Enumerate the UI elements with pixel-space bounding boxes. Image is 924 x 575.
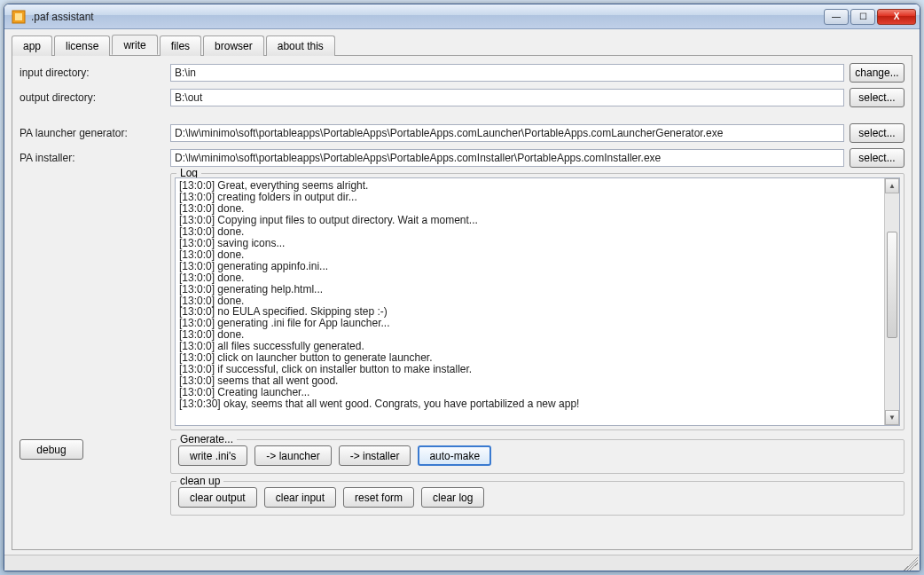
status-bar [4,555,920,571]
log-group: Log [13:0:0] Great, everything seems alr… [170,173,904,430]
launcher-gen-field[interactable] [170,124,844,142]
launcher-gen-select-button[interactable]: select... [850,123,904,143]
reset-form-button[interactable]: reset form [343,487,414,508]
app-icon [12,10,26,24]
clear-output-button[interactable]: clear output [178,487,257,508]
minimize-button[interactable]: — [824,9,849,25]
scroll-thumb[interactable] [887,232,897,338]
app-window: .paf assistant — ☐ X app license write f… [4,4,920,571]
log-text[interactable]: [13:0:0] Great, everything seems alright… [176,178,884,425]
write-inis-button[interactable]: write .ini's [178,445,247,466]
tab-content-write: input directory: change... output direct… [12,55,912,550]
clear-input-button[interactable]: clear input [264,487,336,508]
tab-files[interactable]: files [160,35,201,56]
resize-gripper-icon[interactable] [904,556,918,571]
svg-rect-1 [15,13,22,20]
installer-field[interactable] [170,149,844,167]
client-area: app license write files browser about th… [4,29,920,555]
to-launcher-button[interactable]: -> launcher [254,445,331,466]
launcher-gen-label: PA launcher generator: [20,127,170,139]
tab-app[interactable]: app [12,35,52,56]
maximize-button[interactable]: ☐ [850,9,875,25]
generate-group: Generate... write .ini's -> launcher -> … [170,439,904,474]
output-dir-field[interactable] [170,89,844,106]
close-button[interactable]: X [877,9,916,25]
clear-log-button[interactable]: clear log [421,487,484,508]
generate-legend: Generate... [176,433,237,445]
tab-browser[interactable]: browser [203,35,264,56]
output-dir-select-button[interactable]: select... [850,88,904,107]
automake-button[interactable]: auto-make [418,445,491,466]
installer-select-button[interactable]: select... [850,148,904,168]
tab-about[interactable]: about this [266,35,335,56]
log-box: [13:0:0] Great, everything seems alright… [175,177,900,426]
input-dir-label: input directory: [20,67,170,79]
input-dir-row: input directory: change... [20,63,904,83]
cleanup-legend: clean up [176,475,223,487]
input-dir-field[interactable] [170,64,844,82]
scroll-down-arrow-icon[interactable]: ▼ [885,410,899,425]
tab-bar: app license write files browser about th… [12,35,912,55]
installer-label: PA installer: [20,152,170,164]
input-dir-change-button[interactable]: change... [850,63,904,83]
tab-license[interactable]: license [54,35,110,56]
window-title: .paf assistant [31,11,94,23]
debug-button[interactable]: debug [20,439,83,460]
installer-row: PA installer: select... [20,148,904,168]
titlebar[interactable]: .paf assistant — ☐ X [4,4,920,29]
scroll-up-arrow-icon[interactable]: ▲ [885,178,899,193]
log-scrollbar[interactable]: ▲ ▼ [884,178,899,425]
output-dir-row: output directory: select... [20,88,904,107]
launcher-gen-row: PA launcher generator: select... [20,123,904,143]
cleanup-group: clean up clear output clear input reset … [170,481,904,516]
output-dir-label: output directory: [20,91,170,104]
to-installer-button[interactable]: -> installer [339,445,411,466]
tab-write[interactable]: write [112,35,157,55]
